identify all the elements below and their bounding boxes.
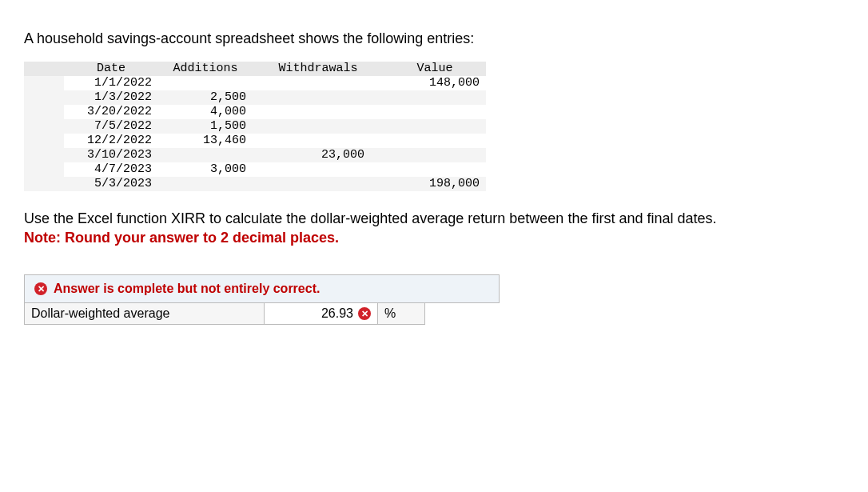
cell-withdrawals xyxy=(253,119,384,134)
cell-value xyxy=(384,134,486,148)
cell-withdrawals xyxy=(253,134,384,148)
cell-withdrawals xyxy=(253,177,384,191)
answer-label: Dollar-weighted average xyxy=(25,303,265,325)
table-row: 1/1/2022 148,000 xyxy=(24,76,486,90)
col-header-additions: Additions xyxy=(158,62,253,76)
cell-date: 5/3/2023 xyxy=(64,177,158,191)
ledger-table: Date Additions Withdrawals Value 1/1/202… xyxy=(24,62,486,191)
col-header-date: Date xyxy=(64,62,158,76)
answer-box: ✕ Answer is complete but not entirely co… xyxy=(24,274,500,325)
cell-value xyxy=(384,90,486,105)
cell-value xyxy=(384,148,486,162)
cell-additions xyxy=(158,148,253,162)
answer-banner: ✕ Answer is complete but not entirely co… xyxy=(24,274,500,303)
cell-date: 1/1/2022 xyxy=(64,76,158,90)
cell-date: 7/5/2022 xyxy=(64,119,158,134)
table-row: 5/3/2023 198,000 xyxy=(24,177,486,191)
instruction-text: Use the Excel function XIRR to calculate… xyxy=(24,210,717,226)
note-text: Note: Round your answer to 2 decimal pla… xyxy=(24,230,339,246)
cell-value xyxy=(384,162,486,177)
table-row: 12/2/2022 13,460 xyxy=(24,134,486,148)
col-header-withdrawals: Withdrawals xyxy=(253,62,384,76)
cell-withdrawals xyxy=(253,76,384,90)
answer-value-cell[interactable]: 26.93 ✕ xyxy=(265,303,378,325)
table-row: 3/20/2022 4,000 xyxy=(24,105,486,119)
cell-additions xyxy=(158,76,253,90)
answer-value: 26.93 xyxy=(321,306,353,321)
cell-withdrawals xyxy=(253,105,384,119)
table-row: 1/3/2022 2,500 xyxy=(24,90,486,105)
cell-date: 3/20/2022 xyxy=(64,105,158,119)
cell-withdrawals xyxy=(253,90,384,105)
x-circle-icon: ✕ xyxy=(358,307,371,320)
cell-date: 4/7/2023 xyxy=(64,162,158,177)
cell-value: 148,000 xyxy=(384,76,486,90)
table-row: 7/5/2022 1,500 xyxy=(24,119,486,134)
cell-additions: 4,000 xyxy=(158,105,253,119)
cell-additions: 2,500 xyxy=(158,90,253,105)
cell-additions: 3,000 xyxy=(158,162,253,177)
cell-withdrawals: 23,000 xyxy=(253,148,384,162)
cell-value xyxy=(384,105,486,119)
cell-withdrawals xyxy=(253,162,384,177)
cell-date: 12/2/2022 xyxy=(64,134,158,148)
cell-date: 1/3/2022 xyxy=(64,90,158,105)
table-row: 3/10/2023 23,000 xyxy=(24,148,486,162)
cell-additions xyxy=(158,177,253,191)
cell-value xyxy=(384,119,486,134)
cell-additions: 1,500 xyxy=(158,119,253,134)
answer-unit: % xyxy=(378,303,425,325)
x-circle-icon: ✕ xyxy=(34,282,47,295)
cell-date: 3/10/2023 xyxy=(64,148,158,162)
ledger-header-row: Date Additions Withdrawals Value xyxy=(24,62,486,76)
banner-text: Answer is complete but not entirely corr… xyxy=(54,282,320,296)
answer-row: Dollar-weighted average 26.93 ✕ % xyxy=(24,303,500,325)
cell-additions: 13,460 xyxy=(158,134,253,148)
col-header-value: Value xyxy=(384,62,486,76)
intro-text: A household savings-account spreadsheet … xyxy=(24,30,844,47)
cell-value: 198,000 xyxy=(384,177,486,191)
table-row: 4/7/2023 3,000 xyxy=(24,162,486,177)
instruction-block: Use the Excel function XIRR to calculate… xyxy=(24,209,844,247)
